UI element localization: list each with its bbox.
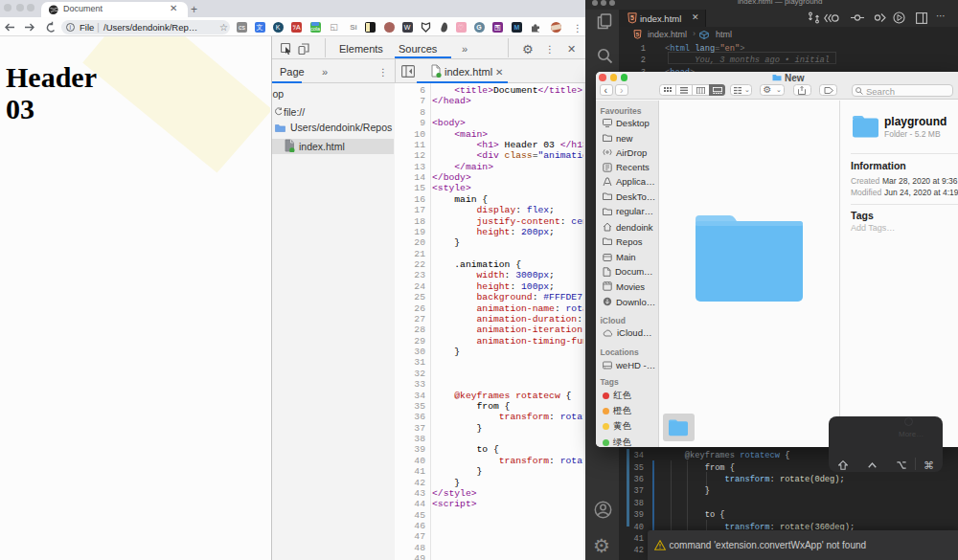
svg-text:5: 5 (636, 31, 640, 37)
svg-text:5: 5 (630, 14, 634, 21)
